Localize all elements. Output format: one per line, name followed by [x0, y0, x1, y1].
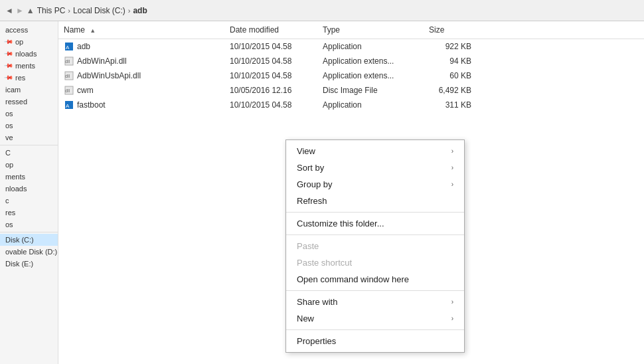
- breadcrumb-localdisk[interactable]: Local Disk (C:): [73, 6, 125, 15]
- table-row[interactable]: Afastboot10/10/2015 04.58Application311 …: [58, 98, 644, 112]
- breadcrumb-thispc[interactable]: This PC: [37, 6, 66, 15]
- svg-text:dll: dll: [65, 74, 70, 78]
- sidebar-item-label: os: [5, 122, 13, 130]
- file-date: 10/10/2015 04.58: [224, 70, 317, 82]
- file-type: Application: [317, 99, 424, 111]
- sidebar-item-label: res: [15, 74, 25, 82]
- nav-forward-icon[interactable]: ►: [16, 6, 24, 15]
- sidebar-item-label: c: [5, 197, 9, 205]
- context-menu-item-refresh[interactable]: Refresh: [286, 193, 464, 209]
- sidebar-item-4[interactable]: 📌res: [0, 72, 58, 84]
- context-menu-item-properties[interactable]: Properties: [286, 333, 464, 349]
- col-header-date[interactable]: Date modified: [224, 23, 317, 37]
- pin-icon: 📌: [4, 49, 14, 59]
- ctx-item-label: Open command window here: [297, 274, 409, 284]
- sidebar-item-label: op: [5, 161, 13, 169]
- dll-icon: dll: [64, 70, 74, 81]
- sidebar-item-10[interactable]: C: [0, 147, 58, 159]
- app-icon: A: [64, 100, 74, 110]
- sidebar-item-12[interactable]: ments: [0, 171, 58, 183]
- sidebar-item-11[interactable]: op: [0, 159, 58, 171]
- app-icon: A: [64, 41, 74, 52]
- table-row[interactable]: Aadb10/10/2015 04.58Application922 KB: [58, 39, 644, 54]
- file-date: 10/10/2015 04.58: [224, 99, 317, 111]
- pin-icon: 📌: [4, 61, 14, 71]
- sidebar-item-16[interactable]: os: [0, 219, 58, 230]
- ctx-item-label: Customize this folder...: [297, 219, 384, 228]
- sidebar-item-label: Disk (E:): [5, 260, 33, 268]
- context-menu-item-paste-shortcut: Paste shortcut: [286, 254, 464, 271]
- breadcrumb-adb[interactable]: adb: [133, 6, 147, 15]
- context-menu-item-open-command-window-here[interactable]: Open command window here: [286, 271, 464, 288]
- context-menu-item-new[interactable]: New›: [286, 310, 464, 327]
- sidebar-item-15[interactable]: res: [0, 207, 58, 219]
- sidebar-item-9[interactable]: ve: [0, 132, 58, 143]
- context-menu-separator: [286, 212, 464, 213]
- sidebar-item-3[interactable]: 📌ments: [0, 60, 58, 72]
- submenu-arrow-icon: ›: [451, 147, 453, 155]
- sidebar-item-18[interactable]: ovable Disk (D:): [0, 246, 58, 258]
- context-menu-separator: [286, 329, 464, 330]
- sidebar-item-8[interactable]: os: [0, 120, 58, 132]
- file-name-cell: dllAdbWinUsbApi.dll: [58, 69, 224, 82]
- ctx-item-label: Paste shortcut: [297, 258, 352, 268]
- sidebar-item-14[interactable]: c: [0, 195, 58, 207]
- address-bar: ◄ ► ▲ This PC › Local Disk (C:) › adb: [0, 0, 644, 21]
- sidebar-item-label: C: [5, 149, 11, 157]
- col-header-size[interactable]: Size: [424, 23, 477, 37]
- file-name-cell: Afastboot: [58, 98, 224, 112]
- sidebar-item-6[interactable]: ressed: [0, 96, 58, 108]
- file-name: AdbWinApi.dll: [77, 56, 127, 66]
- table-row[interactable]: dllAdbWinApi.dll10/10/2015 04.58Applicat…: [58, 54, 644, 68]
- sidebar-item-label: ments: [5, 173, 25, 181]
- sidebar-item-label: ments: [15, 62, 35, 70]
- submenu-arrow-icon: ›: [451, 315, 453, 322]
- file-rows: Aadb10/10/2015 04.58Application922 KBdll…: [58, 39, 644, 112]
- nav-back-icon[interactable]: ◄: [5, 6, 13, 15]
- table-row[interactable]: dllAdbWinUsbApi.dll10/10/2015 04.58Appli…: [58, 68, 644, 83]
- file-type: Application extens...: [317, 70, 424, 82]
- ctx-item-label: Paste: [297, 241, 319, 251]
- file-name: cwm: [77, 86, 94, 95]
- context-menu-item-view[interactable]: View›: [286, 143, 464, 159]
- sidebar-item-0[interactable]: access: [0, 24, 58, 36]
- context-menu-item-customize-this-folder...[interactable]: Customize this folder...: [286, 215, 464, 232]
- submenu-arrow-icon: ›: [451, 164, 453, 171]
- file-type: Disc Image File: [317, 84, 424, 96]
- col-header-type[interactable]: Type: [317, 23, 424, 37]
- sidebar-item-2[interactable]: 📌nloads: [0, 48, 58, 60]
- file-name: adb: [77, 42, 90, 51]
- context-menu-item-share-with[interactable]: Share with›: [286, 294, 464, 310]
- sidebar-item-17[interactable]: Disk (C:): [0, 234, 58, 246]
- ctx-item-label: Refresh: [297, 196, 327, 206]
- sidebar-item-5[interactable]: icam: [0, 84, 58, 96]
- table-row[interactable]: dllcwm10/05/2016 12.16Disc Image File6,4…: [58, 83, 644, 98]
- sidebar: access📌op📌nloads📌ments📌resicamressedosos…: [0, 21, 58, 364]
- sidebar-item-19[interactable]: Disk (E:): [0, 258, 58, 270]
- context-menu-item-sort-by[interactable]: Sort by›: [286, 159, 464, 176]
- context-menu-item-group-by[interactable]: Group by›: [286, 176, 464, 193]
- submenu-arrow-icon: ›: [451, 181, 453, 188]
- file-date: 10/05/2016 12.16: [224, 84, 317, 96]
- sidebar-item-1[interactable]: 📌op: [0, 36, 58, 48]
- file-area: Name ▲ Date modified Type Size Aadb10/10…: [58, 21, 644, 364]
- file-name-cell: Aadb: [58, 40, 224, 53]
- sidebar-item-label: os: [5, 221, 13, 228]
- context-menu-item-paste: Paste: [286, 238, 464, 254]
- file-name: AdbWinUsbApi.dll: [77, 71, 141, 80]
- file-type: Application extens...: [317, 55, 424, 67]
- ctx-item-label: Share with: [297, 297, 337, 307]
- sidebar-item-7[interactable]: os: [0, 108, 58, 120]
- pin-icon: 📌: [4, 37, 14, 47]
- sidebar-item-label: access: [5, 26, 28, 34]
- sidebar-item-13[interactable]: nloads: [0, 183, 58, 195]
- ctx-item-label: New: [297, 314, 314, 323]
- sidebar-item-label: ve: [5, 134, 13, 141]
- sidebar-item-label: res: [5, 209, 15, 217]
- file-name: fastboot: [77, 100, 106, 110]
- col-header-name[interactable]: Name ▲: [58, 23, 224, 37]
- nav-up-icon[interactable]: ▲: [27, 6, 35, 15]
- context-menu: View›Sort by›Group by›RefreshCustomize t…: [285, 139, 465, 353]
- sidebar-item-label: Disk (C:): [5, 236, 34, 244]
- ctx-item-label: Properties: [297, 336, 336, 346]
